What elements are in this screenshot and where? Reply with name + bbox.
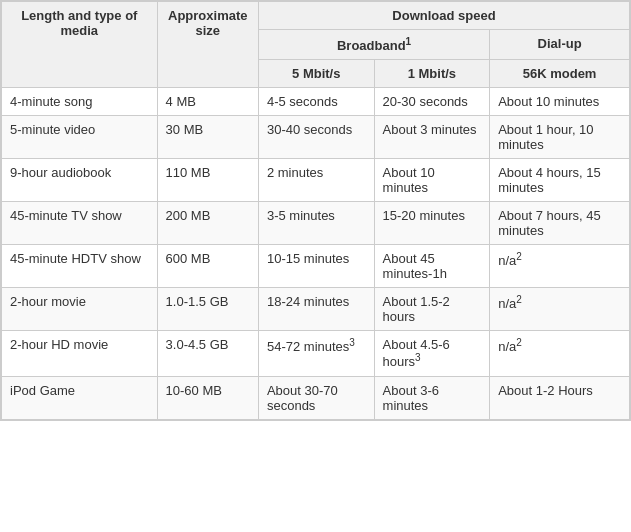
cell-size: 30 MB [157,116,258,159]
cell-size: 1.0-1.5 GB [157,288,258,331]
table-row: 5-minute video30 MB30-40 secondsAbout 3 … [2,116,630,159]
header-broadband: Broadband1 [258,30,489,60]
cell-5mbit: 18-24 minutes [258,288,374,331]
cell-5mbit: 3-5 minutes [258,202,374,245]
cell-media: 4-minute song [2,88,158,116]
cell-5mbit: 10-15 minutes [258,245,374,288]
cell-size: 200 MB [157,202,258,245]
header-56k: 56K modem [490,60,630,88]
cell-size: 110 MB [157,159,258,202]
cell-dialup: n/a2 [490,331,630,376]
cell-5mbit: 54-72 minutes3 [258,331,374,376]
header-5mbit: 5 Mbit/s [258,60,374,88]
cell-media: 2-hour HD movie [2,331,158,376]
cell-1mbit: 20-30 seconds [374,88,490,116]
cell-dialup: About 10 minutes [490,88,630,116]
main-table-container: Length and type of media Approximate siz… [0,0,631,421]
table-row: 2-hour HD movie3.0-4.5 GB54-72 minutes3A… [2,331,630,376]
cell-size: 10-60 MB [157,376,258,419]
cell-dialup: About 1-2 Hours [490,376,630,419]
table-row: 9-hour audiobook110 MB2 minutesAbout 10 … [2,159,630,202]
cell-5mbit: 4-5 seconds [258,88,374,116]
cell-5mbit: About 30-70 seconds [258,376,374,419]
cell-media: iPod Game [2,376,158,419]
table-row: 4-minute song4 MB4-5 seconds20-30 second… [2,88,630,116]
cell-media: 9-hour audiobook [2,159,158,202]
cell-media: 45-minute HDTV show [2,245,158,288]
table-row: 2-hour movie1.0-1.5 GB18-24 minutesAbout… [2,288,630,331]
cell-1mbit: 15-20 minutes [374,202,490,245]
header-download-speed: Download speed [258,2,629,30]
cell-media: 2-hour movie [2,288,158,331]
table-row: 45-minute HDTV show600 MB10-15 minutesAb… [2,245,630,288]
cell-1mbit: About 3 minutes [374,116,490,159]
cell-size: 4 MB [157,88,258,116]
table-row: iPod Game10-60 MBAbout 30-70 secondsAbou… [2,376,630,419]
cell-dialup: About 4 hours, 15 minutes [490,159,630,202]
cell-dialup: About 7 hours, 45 minutes [490,202,630,245]
cell-1mbit: About 4.5-6 hours3 [374,331,490,376]
cell-1mbit: About 1.5-2 hours [374,288,490,331]
broadband-label: Broadband [337,38,406,53]
header-1mbit: 1 Mbit/s [374,60,490,88]
cell-size: 600 MB [157,245,258,288]
header-dialup: Dial-up [490,30,630,60]
cell-5mbit: 30-40 seconds [258,116,374,159]
download-speed-table: Length and type of media Approximate siz… [1,1,630,420]
table-row: 45-minute TV show200 MB3-5 minutes15-20 … [2,202,630,245]
header-size: Approximate size [157,2,258,88]
header-media: Length and type of media [2,2,158,88]
cell-media: 5-minute video [2,116,158,159]
cell-5mbit: 2 minutes [258,159,374,202]
cell-size: 3.0-4.5 GB [157,331,258,376]
cell-dialup: About 1 hour, 10 minutes [490,116,630,159]
cell-dialup: n/a2 [490,288,630,331]
cell-media: 45-minute TV show [2,202,158,245]
cell-1mbit: About 45 minutes-1h [374,245,490,288]
cell-1mbit: About 3-6 minutes [374,376,490,419]
cell-dialup: n/a2 [490,245,630,288]
cell-1mbit: About 10 minutes [374,159,490,202]
broadband-sup: 1 [406,36,412,47]
